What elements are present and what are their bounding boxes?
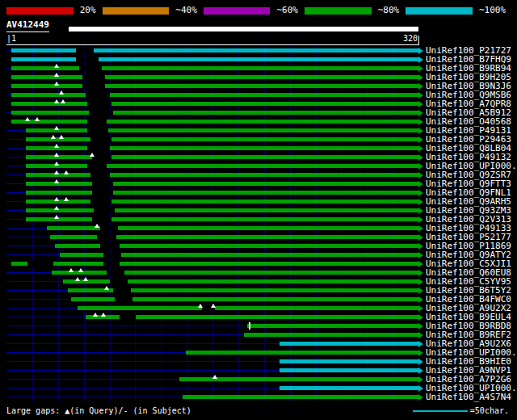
hsp-bar[interactable] (183, 395, 418, 399)
query-sequence-bar (69, 27, 418, 32)
hsp-bar[interactable] (78, 306, 418, 310)
strand-arrow-icon (418, 296, 423, 303)
query-gap-triangle-icon (101, 313, 106, 317)
query-gap-triangle-icon (54, 82, 59, 86)
hsp-bar[interactable] (26, 208, 418, 212)
hsp-bar[interactable] (11, 57, 418, 61)
strand-arrow-icon (418, 305, 423, 312)
query-gap-triangle-icon (59, 90, 64, 94)
alignment-gap (87, 164, 107, 168)
alignment-gap (113, 288, 131, 292)
scale-key-label: ~80% (372, 6, 406, 15)
scale-key-label: ~100% (473, 6, 512, 15)
hsp-bar[interactable] (11, 93, 418, 97)
ruler-end-tick (418, 36, 419, 44)
hit-label[interactable]: UniRef100_A4S7N4 (426, 393, 511, 401)
strand-arrow-icon (418, 190, 423, 196)
alignment-gap (92, 182, 113, 186)
hsp-bar[interactable] (280, 359, 418, 363)
alignment-gap (87, 128, 108, 132)
purple-range-segment (204, 7, 271, 15)
query-gap-triangle-icon (54, 162, 59, 166)
hsp-bar[interactable] (26, 182, 418, 186)
hsp-bar[interactable] (11, 102, 418, 106)
cyan-range-segment (406, 7, 473, 15)
strand-arrow-icon (418, 341, 423, 347)
hsp-bar[interactable] (247, 324, 418, 328)
hsp-bar[interactable] (26, 137, 418, 141)
query-gap-triangle-icon (54, 144, 59, 148)
query-gap-triangle-icon (69, 268, 74, 272)
query-gap-triangle-icon (104, 286, 109, 290)
hsp-bar[interactable] (11, 120, 418, 124)
hsp-bar[interactable] (280, 368, 418, 372)
query-gap-triangle-icon (54, 170, 59, 174)
alignment-gap (90, 173, 110, 177)
strand-arrow-icon (418, 65, 423, 72)
ruler-line (6, 44, 419, 45)
hsp-bar[interactable] (280, 342, 418, 346)
alignment-gap (110, 279, 128, 284)
hsp-bar[interactable] (26, 173, 418, 177)
blast-graphic-overview: { "palette": { "green": "#00a000", "cyan… (0, 0, 517, 420)
alignment-gap (87, 120, 107, 124)
alignment-gap (94, 208, 115, 212)
strand-arrow-icon (418, 83, 423, 90)
query-gap-triangle-icon (54, 64, 59, 68)
strand-arrow-icon (418, 261, 423, 267)
query-gap-triangle-icon (54, 179, 59, 183)
hsp-bar[interactable] (11, 111, 418, 115)
hsp-bar[interactable] (280, 386, 418, 390)
alignment-gap (89, 111, 113, 115)
strand-arrow-icon (418, 314, 423, 321)
hsp-bar[interactable] (11, 84, 418, 88)
alignment-gap (107, 271, 124, 275)
alignment-gap (100, 226, 118, 230)
query-gap-triangle-icon (51, 135, 56, 139)
alignment-gap (90, 200, 111, 204)
strand-arrow-icon (418, 74, 423, 81)
hsp-bar[interactable] (186, 351, 418, 355)
scale-legend-label: =50char. (470, 406, 509, 415)
scale-key-label: 20% (74, 6, 103, 15)
red-range-segment (6, 7, 74, 15)
scale-line-icon (413, 410, 468, 412)
query-gap-triangle-icon (95, 224, 99, 228)
strand-arrow-icon (418, 376, 423, 383)
query-name: AV412449 (6, 19, 49, 32)
hsp-bar[interactable] (26, 217, 418, 221)
strand-arrow-icon (418, 225, 423, 232)
hsp-bar[interactable] (11, 66, 418, 70)
hsp-bar[interactable] (26, 191, 418, 195)
alignment-gap (87, 102, 111, 106)
hsp-bar[interactable] (26, 155, 418, 159)
strand-arrow-icon (418, 154, 423, 161)
hsp-bar[interactable] (26, 200, 418, 204)
coordinate-ruler: |1 320 (6, 34, 419, 46)
alignment-gap (103, 253, 121, 257)
strand-arrow-icon (418, 332, 423, 338)
strand-arrow-icon (418, 350, 423, 356)
scale-key-label: ~60% (270, 6, 305, 15)
hsp-bar[interactable] (11, 262, 418, 266)
hsp-bar[interactable] (11, 48, 418, 52)
alignment-row: UniRef100_A4S7N4 (6, 393, 517, 401)
alignment-gap (92, 155, 111, 159)
hsp-bar[interactable] (26, 164, 418, 168)
hsp-bar[interactable] (244, 333, 418, 337)
query-gap-triangle-icon (54, 206, 59, 210)
query-gap-triangle-icon (54, 197, 59, 201)
query-gap-triangle-icon (212, 375, 217, 379)
alignment-gap (79, 66, 102, 70)
strand-arrow-icon (418, 48, 423, 54)
hsp-bar[interactable] (26, 146, 418, 150)
strand-arrow-icon (418, 128, 423, 134)
strand-arrow-icon (418, 145, 423, 152)
alignment-gap (86, 93, 110, 97)
strand-arrow-icon (418, 359, 423, 365)
alignment-gap (120, 315, 136, 319)
strand-arrow-icon (418, 394, 423, 401)
query-gap-triangle-icon (93, 313, 98, 317)
hsp-bar[interactable] (11, 75, 418, 79)
hsp-bar[interactable] (26, 128, 418, 132)
